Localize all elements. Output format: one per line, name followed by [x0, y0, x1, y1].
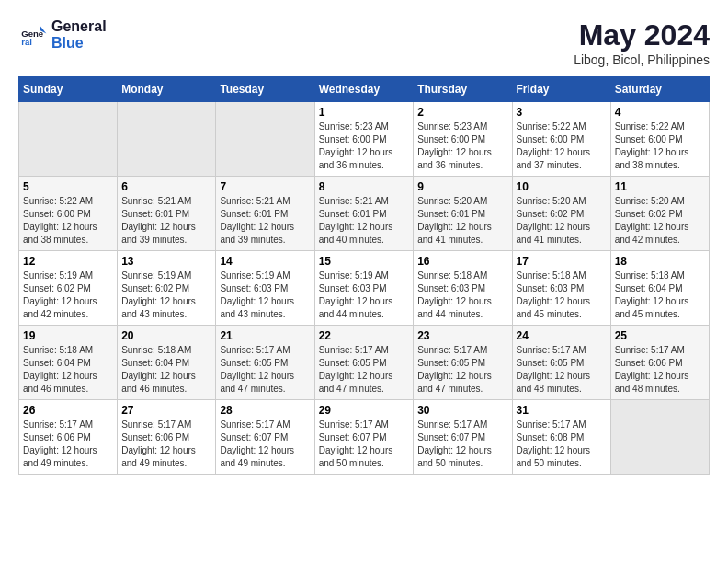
header-cell-monday: Monday: [118, 77, 216, 102]
header-cell-saturday: Saturday: [610, 77, 709, 102]
day-cell: 13Sunrise: 5:19 AMSunset: 6:02 PMDayligh…: [118, 251, 216, 326]
header-cell-thursday: Thursday: [414, 77, 512, 102]
day-cell: [216, 102, 314, 177]
day-cell: 11Sunrise: 5:20 AMSunset: 6:02 PMDayligh…: [610, 177, 709, 251]
logo-icon: Gene ral: [18, 20, 48, 50]
day-number: 10: [517, 180, 607, 193]
day-cell: 26Sunrise: 5:17 AMSunset: 6:06 PMDayligh…: [19, 400, 118, 475]
day-number: 5: [23, 180, 113, 193]
day-info: Sunrise: 5:17 AMSunset: 6:06 PMDaylight:…: [121, 419, 211, 470]
day-number: 31: [517, 404, 607, 417]
day-cell: 14Sunrise: 5:19 AMSunset: 6:03 PMDayligh…: [216, 251, 314, 326]
day-cell: 24Sunrise: 5:17 AMSunset: 6:05 PMDayligh…: [512, 326, 610, 400]
day-number: 1: [319, 106, 410, 119]
day-info: Sunrise: 5:21 AMSunset: 6:01 PMDaylight:…: [319, 195, 410, 247]
day-info: Sunrise: 5:22 AMSunset: 6:00 PMDaylight:…: [615, 121, 705, 172]
day-cell: 4Sunrise: 5:22 AMSunset: 6:00 PMDaylight…: [610, 102, 709, 177]
day-cell: 25Sunrise: 5:17 AMSunset: 6:06 PMDayligh…: [610, 326, 709, 400]
day-number: 16: [417, 255, 507, 268]
day-info: Sunrise: 5:22 AMSunset: 6:00 PMDaylight:…: [23, 195, 113, 247]
day-number: 20: [121, 329, 211, 342]
header-cell-sunday: Sunday: [19, 77, 118, 102]
calendar-header: SundayMondayTuesdayWednesdayThursdayFrid…: [19, 77, 710, 102]
day-cell: 16Sunrise: 5:18 AMSunset: 6:03 PMDayligh…: [414, 251, 512, 326]
day-number: 26: [23, 404, 113, 417]
day-number: 19: [23, 329, 113, 342]
day-info: Sunrise: 5:18 AMSunset: 6:04 PMDaylight:…: [615, 270, 705, 321]
title-block: May 2024 Libog, Bicol, Philippines: [574, 18, 710, 67]
day-info: Sunrise: 5:17 AMSunset: 6:05 PMDaylight:…: [417, 344, 507, 396]
day-cell: 10Sunrise: 5:20 AMSunset: 6:02 PMDayligh…: [512, 177, 610, 251]
day-number: 23: [417, 329, 507, 342]
day-number: 17: [517, 255, 607, 268]
day-cell: 22Sunrise: 5:17 AMSunset: 6:05 PMDayligh…: [314, 326, 414, 400]
day-info: Sunrise: 5:22 AMSunset: 6:00 PMDaylight:…: [517, 121, 607, 172]
week-row-4: 26Sunrise: 5:17 AMSunset: 6:06 PMDayligh…: [19, 400, 710, 475]
calendar-body: 1Sunrise: 5:23 AMSunset: 6:00 PMDaylight…: [19, 102, 710, 475]
day-number: 11: [615, 180, 705, 193]
day-cell: [610, 400, 709, 475]
day-info: Sunrise: 5:17 AMSunset: 6:07 PMDaylight:…: [220, 419, 310, 470]
day-info: Sunrise: 5:17 AMSunset: 6:05 PMDaylight:…: [319, 344, 410, 396]
page-subtitle: Libog, Bicol, Philippines: [574, 52, 710, 67]
day-info: Sunrise: 5:17 AMSunset: 6:06 PMDaylight:…: [615, 344, 705, 396]
day-cell: 19Sunrise: 5:18 AMSunset: 6:04 PMDayligh…: [19, 326, 118, 400]
day-info: Sunrise: 5:20 AMSunset: 6:02 PMDaylight:…: [517, 195, 607, 247]
logo: Gene ral General Blue: [18, 18, 107, 51]
header-row: SundayMondayTuesdayWednesdayThursdayFrid…: [19, 77, 710, 102]
day-number: 25: [615, 329, 705, 342]
week-row-2: 12Sunrise: 5:19 AMSunset: 6:02 PMDayligh…: [19, 251, 710, 326]
week-row-1: 5Sunrise: 5:22 AMSunset: 6:00 PMDaylight…: [19, 177, 710, 251]
day-cell: 28Sunrise: 5:17 AMSunset: 6:07 PMDayligh…: [216, 400, 314, 475]
day-cell: 7Sunrise: 5:21 AMSunset: 6:01 PMDaylight…: [216, 177, 314, 251]
svg-text:ral: ral: [21, 37, 32, 47]
day-cell: 9Sunrise: 5:20 AMSunset: 6:01 PMDaylight…: [414, 177, 512, 251]
day-cell: 29Sunrise: 5:17 AMSunset: 6:07 PMDayligh…: [314, 400, 414, 475]
day-cell: 31Sunrise: 5:17 AMSunset: 6:08 PMDayligh…: [512, 400, 610, 475]
header: Gene ral General Blue May 2024 Libog, Bi…: [18, 18, 710, 67]
day-number: 7: [220, 180, 310, 193]
day-info: Sunrise: 5:18 AMSunset: 6:04 PMDaylight:…: [23, 344, 113, 396]
day-number: 6: [121, 180, 211, 193]
day-number: 22: [319, 329, 410, 342]
day-cell: 3Sunrise: 5:22 AMSunset: 6:00 PMDaylight…: [512, 102, 610, 177]
day-number: 21: [220, 329, 310, 342]
day-number: 15: [319, 255, 410, 268]
day-number: 28: [220, 404, 310, 417]
header-cell-wednesday: Wednesday: [314, 77, 414, 102]
header-cell-tuesday: Tuesday: [216, 77, 314, 102]
day-info: Sunrise: 5:17 AMSunset: 6:06 PMDaylight:…: [23, 419, 113, 470]
day-info: Sunrise: 5:18 AMSunset: 6:03 PMDaylight:…: [417, 270, 507, 321]
day-number: 8: [319, 180, 410, 193]
week-row-0: 1Sunrise: 5:23 AMSunset: 6:00 PMDaylight…: [19, 102, 710, 177]
day-cell: 30Sunrise: 5:17 AMSunset: 6:07 PMDayligh…: [414, 400, 512, 475]
day-info: Sunrise: 5:18 AMSunset: 6:03 PMDaylight:…: [517, 270, 607, 321]
day-number: 14: [220, 255, 310, 268]
day-cell: 5Sunrise: 5:22 AMSunset: 6:00 PMDaylight…: [19, 177, 118, 251]
day-info: Sunrise: 5:23 AMSunset: 6:00 PMDaylight:…: [417, 121, 507, 172]
day-info: Sunrise: 5:17 AMSunset: 6:05 PMDaylight:…: [517, 344, 607, 396]
day-number: 12: [23, 255, 113, 268]
day-info: Sunrise: 5:18 AMSunset: 6:04 PMDaylight:…: [121, 344, 211, 396]
day-cell: 21Sunrise: 5:17 AMSunset: 6:05 PMDayligh…: [216, 326, 314, 400]
day-info: Sunrise: 5:19 AMSunset: 6:02 PMDaylight:…: [23, 270, 113, 321]
day-cell: [118, 102, 216, 177]
day-cell: 8Sunrise: 5:21 AMSunset: 6:01 PMDaylight…: [314, 177, 414, 251]
day-number: 3: [517, 106, 607, 119]
day-info: Sunrise: 5:21 AMSunset: 6:01 PMDaylight:…: [121, 195, 211, 247]
day-cell: 20Sunrise: 5:18 AMSunset: 6:04 PMDayligh…: [118, 326, 216, 400]
day-cell: 17Sunrise: 5:18 AMSunset: 6:03 PMDayligh…: [512, 251, 610, 326]
day-info: Sunrise: 5:23 AMSunset: 6:00 PMDaylight:…: [319, 121, 410, 172]
day-number: 27: [121, 404, 211, 417]
day-number: 4: [615, 106, 705, 119]
day-number: 29: [319, 404, 410, 417]
logo-text: General Blue: [51, 18, 107, 51]
day-number: 9: [417, 180, 507, 193]
day-info: Sunrise: 5:20 AMSunset: 6:02 PMDaylight:…: [615, 195, 705, 247]
day-cell: 2Sunrise: 5:23 AMSunset: 6:00 PMDaylight…: [414, 102, 512, 177]
day-cell: [19, 102, 118, 177]
day-number: 24: [517, 329, 607, 342]
day-number: 2: [417, 106, 507, 119]
day-cell: 23Sunrise: 5:17 AMSunset: 6:05 PMDayligh…: [414, 326, 512, 400]
day-cell: 12Sunrise: 5:19 AMSunset: 6:02 PMDayligh…: [19, 251, 118, 326]
